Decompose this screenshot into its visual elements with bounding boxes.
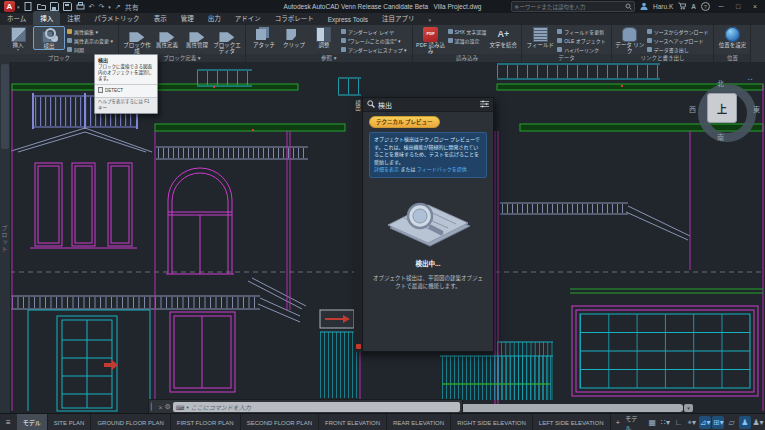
panel-pin-icon[interactable] [356, 344, 361, 349]
viewcube-top-face[interactable]: 上 [707, 93, 737, 123]
tab-insert[interactable]: 挿入 [33, 11, 60, 25]
undo-icon[interactable]: ↶ [89, 3, 95, 11]
tab-view[interactable]: 表示 [147, 11, 174, 25]
snap-to-underlays-button[interactable]: アンダーレイにスナップ ▾ [341, 45, 407, 54]
group-label-link-extract[interactable]: リンクと書き出し [612, 54, 714, 62]
viewcube-north-label[interactable]: 北 [717, 78, 724, 88]
data-link-button[interactable]: データ リンク [615, 26, 645, 55]
create-block-button[interactable]: ブロック作成 [122, 26, 152, 55]
ribbon-options-caret-icon[interactable]: ▾ [421, 15, 438, 25]
command-input[interactable]: ⌨ ▾ ここにコマンドを入力 [173, 402, 460, 412]
layout-tab-second-floor-plan[interactable]: SECOND FLOOR PLAN [241, 414, 319, 430]
attribute-display-button[interactable]: 属性表示の変更 ▾ [67, 36, 113, 45]
edit-attribute-button[interactable]: 属性編集 ▾ [67, 27, 113, 36]
isodraft-icon[interactable]: ⊿▾ [699, 416, 711, 429]
viewcube[interactable]: ▪▪ 上 北 西 東 南 [692, 78, 764, 158]
provide-feedback-link[interactable]: フィードバックを提供 [417, 166, 467, 172]
command-close-icon[interactable]: × [158, 404, 162, 411]
detect-panel-side-bar[interactable]: 検出 [354, 97, 362, 352]
viewcube-south-label[interactable]: 南 [717, 132, 724, 142]
save-icon[interactable] [50, 2, 59, 11]
set-location-button[interactable]: 位置を設定 [717, 26, 747, 48]
group-label-import[interactable]: 読み込み [413, 54, 522, 62]
new-layout-button[interactable]: + [611, 418, 626, 427]
scrollbar-caret-icon[interactable]: ▾ [684, 404, 693, 412]
status-model-label[interactable]: モデル [625, 414, 642, 430]
viewcube-options-icons[interactable]: ▪▪ [748, 76, 754, 82]
snap-mode-icon[interactable]: ∷▾ [659, 416, 671, 429]
layout-tab-right-side-elevation[interactable]: RIGHT SIDE ELEVATION [451, 414, 533, 430]
panel-settings-icon[interactable] [480, 100, 489, 109]
layout-menu-icon[interactable]: ≡ [0, 418, 17, 427]
layout-tab-front-elevation[interactable]: FRONT ELEVATION [319, 414, 387, 430]
left-dock-thumb[interactable] [1, 64, 9, 149]
layout-tab-first-floor-plan[interactable]: FIRST FLOOR PLAN [171, 414, 241, 430]
minimize-button[interactable]: ─ [715, 3, 727, 10]
pdf-import-button[interactable]: PDF PDF 読み込み [416, 26, 446, 55]
plot-vertical-tab[interactable]: プロット [0, 225, 9, 253]
update-fields-button[interactable]: フィールドを更新 [557, 27, 605, 36]
attach-button[interactable]: アタッチ [249, 26, 279, 48]
layout-tab-site-plan[interactable]: SITE PLAN [48, 414, 92, 430]
show-details-link[interactable]: 詳細を表示 [374, 166, 399, 172]
group-label-location[interactable]: 位置 [714, 54, 750, 62]
detect-button[interactable]: 検出 [33, 26, 65, 50]
adjust-button[interactable]: 調整 [309, 26, 339, 48]
tab-output[interactable]: 出力 [201, 11, 228, 25]
group-label-reference[interactable]: 参照 ▾ [246, 54, 412, 62]
layout-tab-left-side-elevation[interactable]: LEFT SIDE ELEVATION [533, 414, 611, 430]
help-icon[interactable]: ? [701, 2, 710, 11]
combine-text-button[interactable]: A+ 文字を結合 [488, 26, 518, 48]
tab-express-tools[interactable]: Express Tools [321, 14, 375, 25]
hyperlink-button[interactable]: ハイパーリンク [557, 45, 605, 54]
frames-setting-button[interactable]: *フレームごとの設定* ▾ [341, 36, 407, 45]
autodesk-apps-icon[interactable]: A [691, 3, 696, 10]
tab-addins[interactable]: アドイン [228, 11, 268, 25]
sync-attributes-button[interactable]: 同期 [67, 45, 113, 54]
maximize-button[interactable]: □ [732, 3, 744, 10]
layout-tab-model[interactable]: モデル [17, 414, 48, 430]
manage-attributes-button[interactable]: 属性管理 [182, 26, 212, 48]
field-button[interactable]: フィールド [525, 26, 555, 48]
recognition-settings-button[interactable]: 認識の設定 [448, 36, 487, 45]
signed-in-user[interactable]: Haru.K [653, 3, 673, 10]
save-as-icon[interactable] [63, 2, 72, 11]
search-input[interactable]: キーワードまたは語句を入力 [511, 1, 635, 12]
shx-text-recognition-button[interactable]: SHX 文字認識 [448, 27, 487, 36]
annotation-visibility-icon[interactable]: ♟ [739, 416, 751, 429]
logo-caret-icon[interactable]: ▾ [17, 4, 20, 10]
insert-block-button[interactable]: 挿入 ▾ [3, 26, 33, 53]
command-caret-icon[interactable]: ▾ [186, 405, 188, 410]
share-button[interactable]: 共有 [125, 2, 139, 12]
plot-icon[interactable] [76, 2, 85, 11]
polar-tracking-icon[interactable]: ⌖▾ [686, 416, 698, 429]
layout-tab-ground-floor-plan[interactable]: GROUND FLOOR PLAN [91, 414, 170, 430]
viewcube-east-label[interactable]: 東 [753, 104, 760, 114]
ole-object-button[interactable]: OLE オブジェクト [557, 36, 605, 45]
layout-tab-rear-elevation[interactable]: REAR ELEVATION [387, 414, 451, 430]
group-label-data[interactable]: データ [522, 54, 610, 62]
tab-featured-apps[interactable]: 注目アプリ [375, 11, 422, 25]
block-editor-button[interactable]: ブロックエディタ [212, 26, 242, 55]
define-attributes-button[interactable]: 属性定義 [152, 26, 182, 48]
horizontal-scrollbar[interactable] [455, 404, 683, 412]
close-button[interactable]: × [749, 3, 761, 10]
object-snap-icon[interactable]: ⊞▾ [712, 416, 724, 429]
autoscale-icon[interactable]: ♟▾ [752, 416, 764, 429]
ortho-icon[interactable]: ∟ [673, 416, 685, 429]
cart-icon[interactable] [678, 2, 686, 11]
search-icon[interactable] [625, 3, 632, 11]
lineweight-icon[interactable]: ▱ [725, 416, 737, 429]
upload-to-source-button[interactable]: ソースへアップロード [647, 36, 709, 45]
tab-collaborate[interactable]: コラボレート [268, 11, 321, 25]
underlay-layers-button[interactable]: アンダーレイ レイヤ [341, 27, 407, 36]
redo-icon[interactable]: ↷ [98, 3, 104, 11]
open-file-icon[interactable] [37, 2, 46, 11]
grid-icon[interactable]: ▦ [646, 416, 658, 429]
download-from-source-button[interactable]: ソースからダウンロード [647, 27, 709, 36]
tab-parametric[interactable]: パラメトリック [87, 11, 146, 25]
extract-data-button[interactable]: データ書き出し [647, 45, 709, 54]
tab-annotate[interactable]: 注釈 [60, 11, 87, 25]
clip-button[interactable]: クリップ [279, 26, 309, 48]
user-icon[interactable] [640, 2, 648, 11]
